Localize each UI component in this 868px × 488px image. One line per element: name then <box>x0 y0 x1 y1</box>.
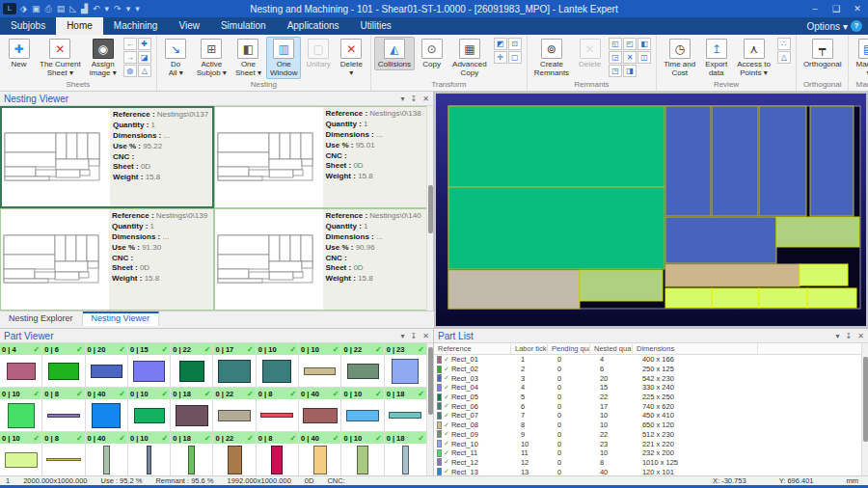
measure-icon[interactable]: ◺ <box>69 4 76 14</box>
part-list-row[interactable]: ✓Rect_1010023221 x 220 <box>434 439 861 448</box>
remnant-g-icon[interactable]: ◧ <box>637 38 651 50</box>
column-header-pending-qua-[interactable]: Pending qua... <box>548 343 590 354</box>
qat-customize[interactable]: ▾ <box>135 4 140 14</box>
do-all-button[interactable]: ↘DoAll ▾ <box>160 37 192 79</box>
part-tile[interactable]: 0 | 18✓ <box>385 432 427 476</box>
part-tile[interactable]: 0 | 22✓ <box>213 432 256 476</box>
assign-image-button[interactable]: ◉Assignimage ▾ <box>86 37 121 79</box>
part-list-row[interactable]: ✓Rect_055022225 x 250 <box>434 393 861 402</box>
part-tile[interactable]: 0 | 10✓ <box>299 343 341 388</box>
part-viewer-scrollbar[interactable] <box>426 343 433 476</box>
part-list-row[interactable]: ✓Rect_1111010232 x 200 <box>434 448 861 458</box>
part-list-row[interactable]: ✓Rect_02206250 x 125 <box>434 365 861 374</box>
remnant-c-icon[interactable]: ◳ <box>609 65 622 77</box>
time-cost-button[interactable]: ◷Time andCost <box>660 37 699 79</box>
part-tile[interactable]: 0 | 10✓ <box>0 432 42 476</box>
column-header-dimensions[interactable]: Dimensions <box>633 343 758 354</box>
nesting-canvas[interactable] <box>434 92 868 328</box>
paste-icon[interactable]: ⊡ <box>508 38 522 50</box>
remnant-e-icon[interactable]: ✕ <box>623 51 637 64</box>
remnant-d-icon[interactable]: ◰ <box>623 38 637 50</box>
nesting-card[interactable]: Reference : Nestings\0\138Quantity : 1Di… <box>214 106 428 208</box>
nested-part[interactable] <box>665 288 712 308</box>
part-list-row[interactable]: ✓Rect_099022512 x 230 <box>434 430 861 440</box>
nested-part[interactable] <box>665 106 711 216</box>
part-tile[interactable]: 0 | 23✓ <box>385 343 427 388</box>
part-tile[interactable]: 0 | 10✓ <box>128 432 171 476</box>
menu-tab-machining[interactable]: Machining <box>103 17 169 35</box>
remnant-h-icon[interactable]: ◫ <box>637 51 651 64</box>
next-sheet-icon[interactable]: → <box>123 51 137 64</box>
part-list-row[interactable]: ✓Rect_077010450 x 410 <box>434 411 861 420</box>
close-button[interactable]: ✕ <box>847 4 868 14</box>
nesting-card[interactable]: Reference : Nestings\0\140Quantity : 1Di… <box>214 208 428 311</box>
column-header-spacer[interactable] <box>758 343 861 354</box>
access-points-button[interactable]: ⋏Access toPoints ▾ <box>733 37 774 79</box>
part-tile[interactable]: 0 | 40✓ <box>299 388 341 432</box>
print-icon[interactable]: ⎙ <box>44 4 51 14</box>
nested-part[interactable] <box>800 264 848 285</box>
column-header-labor-ticket[interactable]: Labor ticket <box>511 343 548 354</box>
remnant-b-icon[interactable]: ◲ <box>609 51 622 64</box>
part-list-row[interactable]: ✓Rect_1212081010 x 125 <box>434 458 861 468</box>
part-tile[interactable]: 0 | 18✓ <box>171 432 213 476</box>
nested-part[interactable] <box>448 270 580 309</box>
export-data-button[interactable]: ↥Exportdata <box>700 37 732 79</box>
undo-icon[interactable]: ↶ <box>93 4 100 14</box>
close-icon[interactable]: ✕ <box>422 332 429 340</box>
part-tile[interactable]: 0 | 4✓ <box>0 343 42 388</box>
nesting-card[interactable]: Reference : Nestings\0\137Quantity : 1Di… <box>0 106 214 208</box>
points-dots-icon[interactable]: ∴ <box>777 38 791 50</box>
create-remnants-button[interactable]: ⊚CreateRemnants <box>530 37 573 79</box>
nested-part[interactable] <box>665 264 800 286</box>
nested-part[interactable] <box>665 217 776 263</box>
square-icon[interactable]: ▢ <box>508 51 522 64</box>
nested-part[interactable] <box>712 106 758 216</box>
part-tile[interactable]: 0 | 10✓ <box>0 388 42 432</box>
part-tile[interactable]: 0 | 10✓ <box>341 388 384 432</box>
nested-part[interactable] <box>448 106 665 187</box>
nested-part[interactable] <box>580 270 663 301</box>
part-tile[interactable]: 0 | 8✓ <box>42 388 85 432</box>
one-sheet-button[interactable]: ◧OneSheet ▾ <box>231 37 265 79</box>
part-tile[interactable]: 0 | 18✓ <box>171 388 213 432</box>
nested-part[interactable] <box>712 288 759 308</box>
tab-nesting-explorer[interactable]: Nesting Explorer <box>0 312 83 326</box>
nesting-card[interactable]: Reference : Nestings\0\139Quantity : 1Di… <box>0 208 214 311</box>
collisions-button[interactable]: ◭Collisions <box>374 37 415 70</box>
macros-button[interactable]: ▤Macros▾ <box>852 37 868 79</box>
nested-part[interactable] <box>810 106 854 216</box>
nested-part[interactable] <box>776 217 859 247</box>
part-list-row[interactable]: ✓Rect_088010650 x 120 <box>434 420 861 430</box>
part-tile[interactable]: 0 | 10✓ <box>128 388 171 432</box>
undo-caret[interactable]: ▾ <box>105 4 110 14</box>
maximize-button[interactable]: ❑ <box>826 4 847 14</box>
redo-caret[interactable]: ▾ <box>126 4 131 14</box>
new-button[interactable]: ✚New <box>3 37 35 70</box>
prev-sheet-icon[interactable]: ← <box>123 38 137 50</box>
options-menu[interactable]: Options <box>807 21 840 32</box>
save-icon[interactable]: ▣ <box>32 4 41 14</box>
column-header-reference[interactable]: Reference <box>434 343 511 354</box>
menu-tab-view[interactable]: View <box>168 17 210 35</box>
pin-icon[interactable]: ↧ <box>411 95 418 103</box>
close-icon[interactable]: ✕ <box>857 332 864 340</box>
remnant-a-icon[interactable]: ◱ <box>609 38 622 50</box>
part-tile[interactable]: 0 | 10✓ <box>341 432 384 476</box>
remnant-f-icon[interactable]: ◨ <box>623 65 637 77</box>
orthogonal-button[interactable]: ┯Orthogonal <box>800 37 846 70</box>
part-tile[interactable]: 0 | 15✓ <box>128 343 171 388</box>
part-list-row[interactable]: ✓Rect_033020542 x 230 <box>434 373 861 383</box>
part-tile[interactable]: 0 | 8✓ <box>257 388 299 432</box>
chart-icon[interactable]: ▟ <box>81 4 88 14</box>
copy-button[interactable]: ⊙Copy <box>416 37 448 70</box>
menu-tab-home[interactable]: Home <box>56 17 103 35</box>
column-header-nested-qua-[interactable]: Nested qua... <box>590 343 633 354</box>
part-tile[interactable]: 0 | 17✓ <box>213 343 256 388</box>
part-tile[interactable]: 0 | 22✓ <box>213 388 256 432</box>
part-tile[interactable]: 0 | 40✓ <box>299 432 341 476</box>
part-tile[interactable]: 0 | 18✓ <box>385 388 427 432</box>
part-tile[interactable]: 0 | 6✓ <box>42 343 85 388</box>
part-tile[interactable]: 0 | 40✓ <box>86 432 128 476</box>
pin-icon[interactable]: ↧ <box>846 332 853 340</box>
